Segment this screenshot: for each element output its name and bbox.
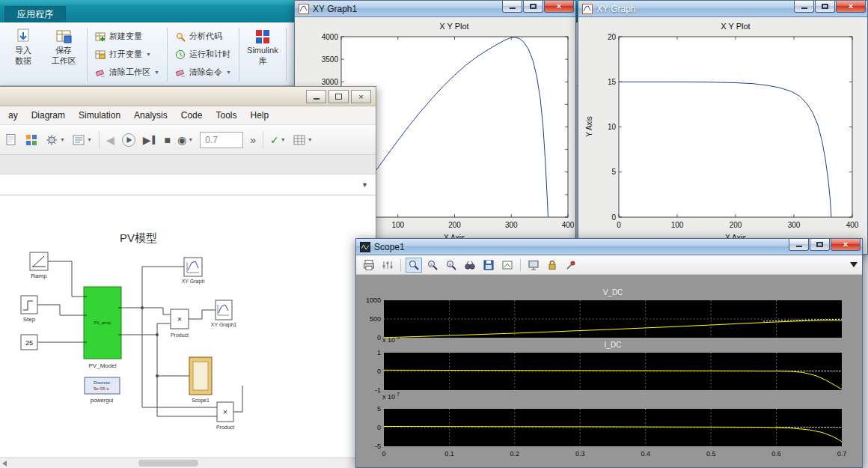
clear-workspace-icon: [95, 67, 106, 78]
scrollbar-thumb[interactable]: [138, 460, 198, 467]
model-canvas-area: PV模型: [0, 195, 376, 458]
simulink-library-button[interactable]: Simulink 库: [244, 25, 281, 84]
update-diagram-button[interactable]: ✓▼: [270, 134, 286, 146]
stop-button[interactable]: ■: [165, 134, 171, 146]
y-tick-label: 1: [377, 349, 381, 356]
autoscale-button[interactable]: [462, 258, 478, 273]
save-workspace-button[interactable]: 保存 工作区: [45, 25, 82, 84]
scroll-left-arrow[interactable]: [2, 461, 7, 467]
menu-diagram[interactable]: Diagram: [25, 106, 72, 124]
xy-graph-titlebar[interactable]: XY Graph ×: [578, 1, 867, 17]
simulink-titlebar[interactable]: ×: [0, 87, 376, 106]
clear-workspace-button[interactable]: 清除工作区 ▼: [92, 64, 162, 80]
x-tick-label: 0.6: [771, 450, 781, 458]
float-scope-button[interactable]: [525, 258, 542, 273]
scope-block[interactable]: Scope1: [189, 357, 212, 404]
step-back-button[interactable]: ◀: [106, 134, 114, 146]
model-config-button[interactable]: ▼: [72, 133, 92, 147]
record-button[interactable]: ◉▼: [177, 134, 193, 146]
parameters-icon: [382, 259, 394, 271]
maximize-button[interactable]: [523, 1, 543, 13]
minimize-button[interactable]: [794, 1, 814, 13]
import-data-button[interactable]: 导入 数据: [4, 25, 42, 84]
maximize-button[interactable]: [328, 90, 349, 103]
zoom-y-button[interactable]: y: [443, 258, 459, 273]
menu-display[interactable]: ay: [1, 106, 25, 124]
svg-text:XY Graph: XY Graph: [182, 279, 205, 285]
dropdown-caret: ▼: [281, 137, 286, 142]
breadcrumb-bar[interactable]: ▼: [0, 174, 376, 195]
code-commands-group: 分析代码 运行和计时 清除命令 ▼: [172, 25, 234, 84]
close-button[interactable]: ×: [831, 239, 861, 251]
product-block[interactable]: × Product: [171, 309, 189, 338]
analyze-code-button[interactable]: 分析代码: [172, 28, 234, 44]
run-button[interactable]: [121, 133, 136, 148]
model-config-icon: [72, 133, 85, 147]
menu-simulation[interactable]: Simulation: [72, 106, 127, 124]
model-canvas[interactable]: PV模型: [0, 195, 376, 458]
breadcrumb-dropdown-caret[interactable]: ▼: [361, 181, 368, 189]
tab-apps[interactable]: 应用程序: [4, 6, 66, 22]
y-axis-label: Y Axis: [585, 116, 593, 137]
svg-text:Step: Step: [23, 316, 36, 323]
save-axes-button[interactable]: [480, 258, 497, 273]
close-button[interactable]: ×: [836, 1, 866, 13]
menu-analysis[interactable]: Analysis: [127, 106, 174, 124]
settings-button[interactable]: ▼: [45, 133, 65, 147]
step-block[interactable]: Step: [21, 296, 37, 323]
powergui-block[interactable]: Discrete 5e-05 s. powergui: [85, 377, 120, 404]
minimize-button[interactable]: [789, 239, 809, 251]
save-axes-icon: [483, 259, 495, 271]
x-tick-label: 0.2: [510, 450, 520, 458]
build-button[interactable]: ▼: [293, 133, 313, 147]
minimize-icon: [801, 7, 807, 9]
xy-graph1-titlebar[interactable]: XY Graph1 ×: [295, 1, 575, 17]
step-forward-button[interactable]: ▶▌: [143, 134, 158, 146]
dropdown-caret: ▼: [146, 52, 151, 57]
new-variable-icon: [95, 31, 106, 42]
window-title: XY Graph1: [313, 4, 357, 14]
maximize-button[interactable]: [810, 239, 830, 251]
xy-graph-plot: 010020030040005101520X Y PlotX AxisY Axi…: [578, 17, 868, 255]
new-model-icon: [4, 133, 18, 147]
lock-axes-button[interactable]: [544, 258, 560, 273]
minimize-button[interactable]: [502, 1, 522, 13]
open-variable-button[interactable]: 打开变量 ▼: [92, 46, 162, 62]
parameters-button[interactable]: [379, 258, 396, 273]
pv-model-block[interactable]: PV_array PV_Model: [84, 287, 121, 369]
menu-tools[interactable]: Tools: [209, 106, 243, 124]
signal-selector-button[interactable]: [563, 258, 579, 273]
toolbar-menu-arrow[interactable]: [850, 262, 858, 267]
menu-help[interactable]: Help: [243, 106, 275, 124]
product2-block[interactable]: × Product: [216, 402, 234, 430]
minimize-button[interactable]: [306, 90, 326, 103]
zoom-button[interactable]: [406, 258, 422, 273]
menu-code[interactable]: Code: [174, 106, 210, 124]
close-button[interactable]: ×: [544, 1, 574, 13]
build-icon: [293, 133, 306, 147]
scope-titlebar[interactable]: Scope1 ×: [356, 239, 862, 255]
x-tick-label: 0.3: [575, 450, 585, 458]
toolbar-overflow-chevron[interactable]: »: [250, 134, 256, 146]
horizontal-scrollbar[interactable]: [0, 458, 376, 468]
restore-axes-button[interactable]: [499, 258, 516, 273]
xy-graph1-block[interactable]: XY Graph1: [211, 300, 237, 328]
constant-block[interactable]: 25: [21, 335, 37, 350]
clear-commands-button[interactable]: 清除命令 ▼: [172, 64, 234, 80]
run-and-time-button[interactable]: 运行和计时: [172, 46, 234, 62]
new-model-button[interactable]: [4, 133, 18, 147]
maximize-button[interactable]: [815, 1, 835, 13]
library-browser-button[interactable]: [25, 133, 38, 147]
dropdown-caret: ▼: [226, 70, 231, 75]
print-button[interactable]: [361, 258, 377, 273]
simulink-library-icon: [254, 28, 271, 45]
close-button[interactable]: ×: [351, 90, 371, 103]
ramp-block[interactable]: Ramp: [30, 252, 48, 279]
sim-stop-time-input[interactable]: [200, 132, 243, 148]
close-icon: ×: [843, 240, 848, 249]
zoom-x-button[interactable]: x: [424, 258, 441, 273]
xy-graph-block[interactable]: XY Graph: [182, 258, 205, 285]
svg-text:Product: Product: [171, 332, 189, 338]
svg-text:PV_Model: PV_Model: [89, 362, 117, 369]
new-variable-button[interactable]: 新建变量: [92, 28, 162, 44]
